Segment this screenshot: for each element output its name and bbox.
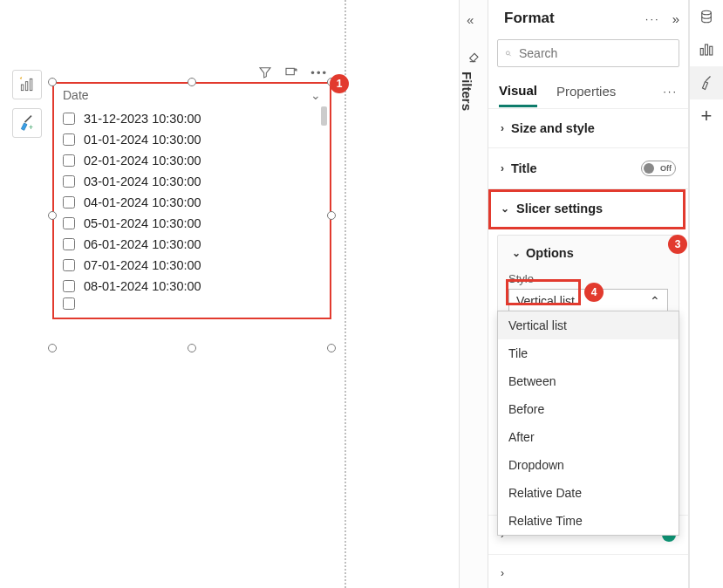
svg-rect-2 <box>30 79 32 90</box>
format-painter-button[interactable]: + <box>12 108 42 138</box>
options-header[interactable]: ⌄ Options <box>508 244 577 262</box>
options-label: Options <box>526 246 574 260</box>
section-title: › Title Off <box>488 148 688 189</box>
chevron-right-icon: › <box>501 162 504 174</box>
resize-handle[interactable] <box>48 344 57 352</box>
style-option[interactable]: Tile <box>498 339 679 367</box>
section-slicer-settings: ⌄ Slicer settings ⌄ Options Style Vertic… <box>488 189 688 588</box>
slicer-item[interactable]: 02-01-2024 10:30:00 <box>54 150 330 171</box>
visual-more-icon[interactable]: ••• <box>310 66 328 79</box>
add-pane-icon[interactable]: + <box>690 99 723 133</box>
style-option[interactable]: Relative Date <box>498 479 679 507</box>
style-option[interactable]: Dropdown <box>498 451 679 479</box>
visualizations-pane-icon[interactable] <box>690 33 723 66</box>
section-label: Slicer settings <box>516 202 603 215</box>
resize-handle[interactable] <box>188 78 196 86</box>
slicer-item-label: 04-01-2024 10:30:00 <box>84 195 201 209</box>
svg-rect-1 <box>25 82 28 91</box>
chevron-down-icon[interactable]: ⌄ <box>310 88 321 102</box>
annotation-badge: 1 <box>330 74 349 93</box>
style-option-between[interactable]: Between <box>498 367 679 395</box>
slicer-checkbox[interactable] <box>63 154 75 167</box>
chevron-down-icon: ⌄ <box>512 247 521 259</box>
resize-handle[interactable] <box>327 344 336 352</box>
resize-handle[interactable] <box>188 344 196 352</box>
style-dropdown-list: Vertical list Tile Between Before After … <box>497 311 679 536</box>
section-header-size-style[interactable]: › Size and style <box>488 109 688 147</box>
title-toggle[interactable]: Off <box>641 161 676 176</box>
slicer-checkbox[interactable] <box>63 113 75 125</box>
slicer-item-label: 02-01-2024 10:30:00 <box>84 154 201 168</box>
slicer-item-label: 05-01-2024 10:30:00 <box>84 216 201 230</box>
slicer-checkbox[interactable] <box>63 175 75 188</box>
toggle-label: Off <box>660 164 672 173</box>
tab-visual[interactable]: Visual <box>499 76 537 107</box>
chevron-right-icon: › <box>501 122 504 134</box>
slicer-item-label: 31-12-2023 10:30:00 <box>84 112 201 126</box>
section-label: Size and style <box>511 121 595 135</box>
slicer-item-label: 01-01-2024 10:30:00 <box>84 133 201 147</box>
svg-rect-9 <box>710 46 713 55</box>
paint-brush-icon: + <box>18 114 36 132</box>
slicer-checkbox[interactable] <box>63 280 75 292</box>
format-search-input[interactable] <box>519 46 672 60</box>
svg-rect-7 <box>700 49 703 56</box>
slicer-item-label: 08-01-2024 10:30:00 <box>84 279 201 293</box>
scrollbar-thumb[interactable] <box>321 106 327 126</box>
slicer-checkbox[interactable] <box>63 217 75 229</box>
chevron-up-icon: ⌃ <box>650 294 660 308</box>
section-label: Title <box>511 161 537 175</box>
style-option[interactable]: Before <box>498 395 679 423</box>
format-search[interactable] <box>497 39 679 67</box>
report-canvas: + ••• Date ⌄ 31-12-2023 10:30:00 01-01-2… <box>0 0 454 588</box>
expand-pane-icon[interactable]: » <box>672 11 679 26</box>
slicer-item[interactable]: 06-01-2024 10:30:00 <box>54 234 330 255</box>
svg-rect-0 <box>21 85 24 91</box>
pane-more-icon[interactable]: ··· <box>645 12 660 25</box>
slicer-item[interactable]: 01-01-2024 10:30:00 <box>54 129 330 150</box>
chevron-down-icon: ⌄ <box>501 202 509 215</box>
focus-mode-icon[interactable] <box>284 65 298 79</box>
slicer-item[interactable]: 04-01-2024 10:30:00 <box>54 192 330 213</box>
slicer-checkbox[interactable] <box>63 259 75 271</box>
slicer-item[interactable]: 31-12-2023 10:30:00 <box>54 108 330 129</box>
slicer-item[interactable]: 08-01-2024 10:30:00 <box>54 276 330 297</box>
resize-handle[interactable] <box>48 78 57 86</box>
style-option[interactable]: Relative Time <box>498 507 679 535</box>
resize-handle[interactable] <box>48 211 57 220</box>
clear-filters-icon[interactable] <box>467 49 481 65</box>
data-pane-icon[interactable] <box>690 0 723 33</box>
filters-pane-collapsed[interactable]: « Filters <box>459 0 488 588</box>
style-option[interactable]: Vertical list <box>498 311 679 339</box>
options-card: ⌄ Options Style Vertical list ⌃ Vertical… <box>497 235 679 314</box>
slicer-checkbox[interactable] <box>63 238 75 250</box>
annotation-badge: 4 <box>584 283 604 302</box>
format-tabs: Visual Properties ··· <box>488 74 688 109</box>
bar-chart-icon <box>18 76 36 93</box>
plus-icon: + <box>701 105 713 127</box>
slicer-checkbox[interactable] <box>63 133 75 146</box>
expand-filters-icon[interactable]: « <box>467 12 474 27</box>
suggest-visual-button[interactable] <box>12 70 42 99</box>
tabs-more-icon[interactable]: ··· <box>663 85 678 98</box>
format-pane-icon[interactable] <box>690 66 723 99</box>
section-header-slicer-settings[interactable]: ⌄ Slicer settings <box>488 189 688 228</box>
resize-handle[interactable] <box>327 211 336 220</box>
slicer-item[interactable]: 05-01-2024 10:30:00 <box>54 213 330 234</box>
slicer-item[interactable]: 03-01-2024 10:30:00 <box>54 171 330 192</box>
slicer-list: 31-12-2023 10:30:00 01-01-2024 10:30:00 … <box>54 106 330 318</box>
section-header-title[interactable]: › Title Off <box>488 148 688 188</box>
tab-properties[interactable]: Properties <box>556 77 616 106</box>
chevron-right-icon: › <box>501 567 504 579</box>
filter-icon[interactable] <box>258 65 272 79</box>
slicer-item[interactable]: 07-01-2024 10:30:00 <box>54 255 330 276</box>
format-pane-title: Format <box>497 8 562 29</box>
section-stub[interactable]: › <box>488 554 688 588</box>
svg-rect-4 <box>286 68 294 74</box>
slicer-field-header[interactable]: Date ⌄ <box>54 84 330 106</box>
style-option[interactable]: After <box>498 423 679 451</box>
slicer-checkbox[interactable] <box>63 297 75 310</box>
slicer-visual[interactable]: Date ⌄ 31-12-2023 10:30:00 01-01-2024 10… <box>52 82 331 319</box>
pane-switcher-rail: + <box>689 0 723 588</box>
slicer-checkbox[interactable] <box>63 196 75 209</box>
